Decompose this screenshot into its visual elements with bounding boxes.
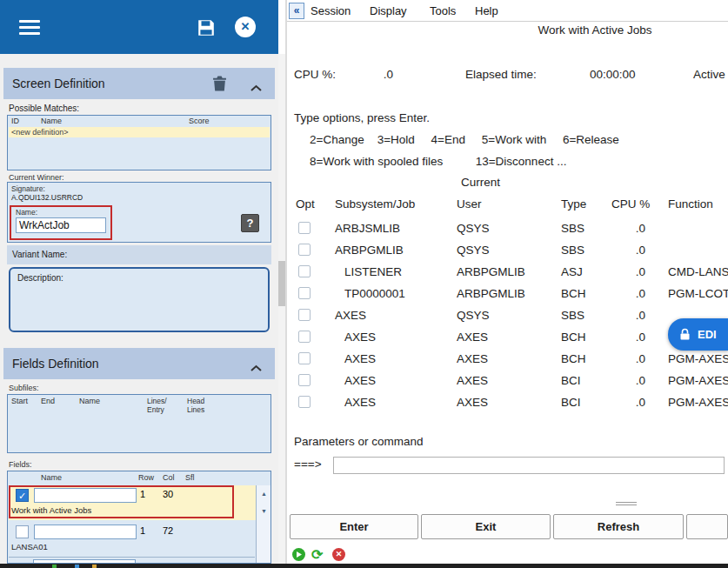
- field-checkbox[interactable]: [16, 525, 29, 538]
- chevron-up-icon[interactable]: [250, 80, 262, 88]
- panel-scrollbar-thumb[interactable]: [278, 261, 285, 306]
- current-winner-box: Signature: A.QDUI132.USRRCD Name: ?: [7, 182, 271, 243]
- field-col-num: 30: [163, 489, 173, 499]
- job-function: CMD-LANS: [668, 261, 728, 283]
- scroll-down-icon[interactable]: ▼: [257, 503, 271, 520]
- fields-definition-title: Fields Definition: [12, 348, 99, 379]
- close-icon[interactable]: ✕: [235, 17, 256, 37]
- description-label: Description:: [17, 273, 63, 283]
- job-cpu: .0: [596, 239, 645, 261]
- taskbar-icon: [92, 565, 97, 568]
- job-function: PGM-AXES: [668, 348, 728, 370]
- job-type: BCI: [561, 370, 581, 391]
- menu-session[interactable]: Session: [311, 0, 351, 22]
- partial-button[interactable]: [686, 514, 728, 539]
- parameters-label: Parameters or command: [294, 435, 424, 448]
- job-type: BCH: [561, 326, 586, 348]
- opt-checkbox[interactable]: [298, 222, 311, 234]
- signature-label: Signature:: [11, 184, 45, 193]
- match-row-new-definition[interactable]: <new definition>: [9, 127, 270, 137]
- panel-toolbar: ✕: [0, 0, 278, 54]
- col-type: Type: [561, 197, 586, 210]
- description-box[interactable]: Description:: [9, 267, 270, 332]
- field-row[interactable]: 1 72 LANSA01: [9, 522, 256, 557]
- field-name-input[interactable]: [34, 525, 137, 539]
- command-input[interactable]: [333, 457, 725, 474]
- opt-checkbox[interactable]: [298, 331, 311, 343]
- enter-button[interactable]: Enter: [290, 514, 418, 539]
- save-icon[interactable]: [197, 18, 216, 37]
- current-column-label: Current: [461, 176, 500, 189]
- edit-button[interactable]: EDI: [668, 318, 728, 351]
- menu-display[interactable]: Display: [370, 0, 407, 22]
- col-name: Name: [41, 473, 62, 482]
- scroll-up-icon[interactable]: ▲: [257, 485, 271, 503]
- menu-icon[interactable]: [19, 20, 40, 35]
- job-user: AXES: [457, 370, 488, 391]
- field-row-num: 1: [140, 525, 145, 536]
- chevron-up-icon[interactable]: [250, 360, 262, 368]
- col-user: User: [457, 197, 482, 210]
- refresh-icon[interactable]: ⟳: [311, 548, 323, 561]
- exit-button[interactable]: Exit: [421, 514, 551, 539]
- job-user: QSYS: [457, 217, 490, 239]
- job-row: LISTENER ARBPGMLIB ASJ .0 CMD-LANS: [287, 261, 728, 283]
- field-caption: Work with Active Jobs: [11, 505, 91, 515]
- job-row: TP0000001 ARBPGMLIB BCH .0 PGM-LCOT: [287, 283, 728, 304]
- job-cpu: .0: [596, 391, 645, 413]
- variant-name-strip[interactable]: Variant Name:: [7, 245, 271, 264]
- menu-help[interactable]: Help: [475, 0, 498, 22]
- job-function: PGM-AXES: [668, 391, 728, 413]
- opt-checkbox[interactable]: [298, 352, 311, 364]
- opt-checkbox[interactable]: [298, 265, 311, 277]
- taskbar: [0, 564, 728, 568]
- opt-checkbox[interactable]: [298, 309, 311, 321]
- opt-checkbox[interactable]: [298, 287, 311, 299]
- panel-scrollbar-track[interactable]: [278, 54, 285, 564]
- subfiles-table[interactable]: Start End Name Lines/ Entry Head Lines: [7, 394, 271, 453]
- disconnect-icon[interactable]: ✕: [332, 548, 345, 561]
- job-cpu: .0: [596, 217, 645, 239]
- job-row: AXES AXES BCH .0: [287, 326, 728, 348]
- job-row: AXES QSYS SBS .0: [287, 304, 728, 326]
- job-user: ARBPGMLIB: [457, 261, 525, 283]
- edit-button-label: EDI: [698, 318, 717, 351]
- field-row-num: 1: [140, 489, 145, 499]
- opt-checkbox[interactable]: [298, 374, 311, 386]
- col-name: Name: [79, 397, 100, 405]
- job-user: ARBPGMLIB: [457, 283, 525, 304]
- elapsed-label: Elapsed time:: [465, 68, 537, 81]
- job-user: AXES: [457, 348, 488, 370]
- field-row[interactable]: ✓ 1 30 Work with Active Jobs: [9, 485, 256, 520]
- fields-scrollbar[interactable]: ▲ ▼: [256, 485, 271, 564]
- help-button[interactable]: ?: [241, 214, 259, 232]
- screen-name-input[interactable]: [16, 217, 106, 233]
- terminal-panel: « Session Display Tools Help Work with A…: [287, 0, 728, 564]
- possible-matches-table[interactable]: ID Name Score <new definition>: [7, 115, 271, 170]
- screen-definition-title: Screen Definition: [12, 68, 105, 99]
- elapsed-value: 00:00:00: [590, 68, 636, 81]
- col-function: Function: [668, 197, 713, 210]
- opt-checkbox[interactable]: [298, 244, 311, 256]
- job-name: AXES: [344, 391, 376, 413]
- field-checkbox[interactable]: ✓: [16, 489, 29, 502]
- job-function: PGM-AXES: [668, 370, 728, 391]
- screen-definition-header[interactable]: Screen Definition: [3, 68, 275, 99]
- fields-label: Fields:: [9, 460, 32, 469]
- refresh-button[interactable]: Refresh: [553, 514, 684, 539]
- job-user: AXES: [457, 391, 488, 413]
- fields-definition-header[interactable]: Fields Definition: [3, 348, 275, 379]
- collapse-panel-icon[interactable]: «: [289, 3, 304, 19]
- job-user: AXES: [457, 326, 488, 348]
- field-name-input[interactable]: [34, 488, 137, 503]
- possible-matches-label: Possible Matches:: [9, 104, 79, 113]
- splitter-grip[interactable]: [616, 502, 637, 509]
- job-name: ARBJSMLIB: [335, 217, 400, 239]
- trash-icon[interactable]: [212, 75, 227, 96]
- col-head-lines: Head Lines: [187, 397, 204, 414]
- opt-checkbox[interactable]: [298, 396, 311, 408]
- row-separator: [9, 557, 255, 558]
- definition-panel: ✕ Screen Definition Possible Matches: ID…: [0, 0, 278, 564]
- menu-tools[interactable]: Tools: [430, 0, 456, 22]
- name-highlight-box: Name:: [10, 205, 112, 240]
